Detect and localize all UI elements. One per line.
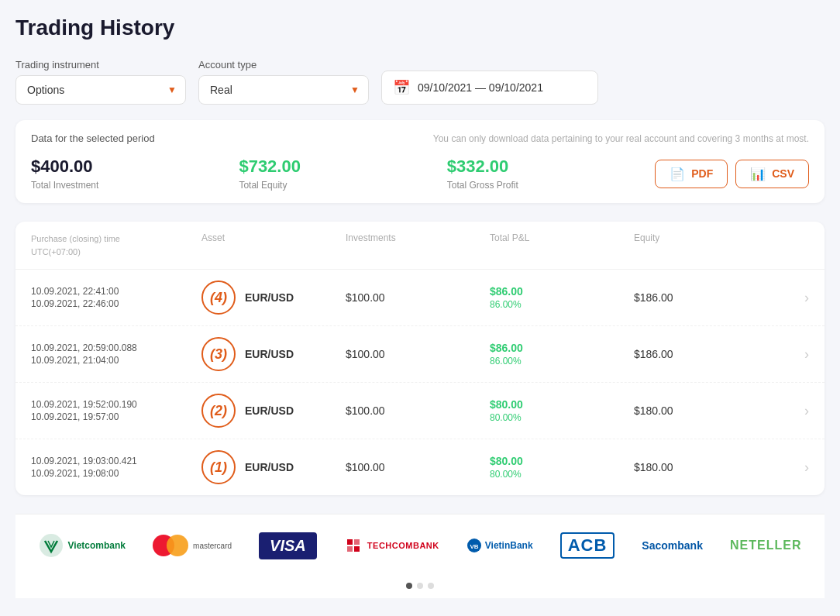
expand-row-1[interactable]: › [778,459,809,476]
expand-row-3[interactable]: › [778,346,809,363]
pnl-value-2: $80.00 [490,398,634,411]
account-select[interactable]: Real [198,75,369,105]
acb-logo: ACB [560,530,615,561]
close-time-4: 10.09.2021, 22:46:00 [31,298,201,309]
sacombank-logo: Sacombank [642,530,703,561]
open-time-4: 10.09.2021, 22:41:00 [31,286,201,297]
header-time: Purchase (closing) timeUTC(+07:00) [31,232,201,258]
asset-col-2: (2) EUR/USD [201,394,346,428]
trade-times-2: 10.09.2021, 19:52:00.190 10.09.2021, 19:… [31,399,201,422]
equity-value: $732.00 [239,157,446,177]
dot-3[interactable] [428,583,434,589]
open-time-1: 10.09.2021, 19:03:00.421 [31,456,201,466]
svg-text:VB: VB [470,543,478,550]
mastercard-logo: mastercard [153,530,232,561]
header-asset: Asset [201,232,346,258]
techcombank-icon [344,536,363,555]
open-time-3: 10.09.2021, 20:59:00.088 [31,342,201,353]
pnl-col-1: $80.00 80.00% [490,455,634,480]
header-pnl: Total P&L [490,232,634,258]
pdf-label: PDF [691,167,713,180]
footer-logos: Vietcombank mastercard VISA TECHCOMBANK [15,514,825,576]
vietcombank-label: Vietcombank [68,540,126,551]
header-equity: Equity [634,232,778,258]
mc-orange-circle [167,535,188,556]
stats-row: $400.00 Total Investment $732.00 Total E… [31,157,809,191]
svg-rect-4 [354,546,360,552]
visa-text: VISA [259,532,317,559]
total-investment-stat: $400.00 Total Investment [31,157,239,191]
profit-value: $332.00 [447,157,655,177]
total-equity-stat: $732.00 Total Equity [239,157,446,191]
table-row: 10.09.2021, 19:03:00.421 10.09.2021, 19:… [15,439,825,495]
instrument-select[interactable]: Options [15,75,186,105]
trades-table: Purchase (closing) timeUTC(+07:00) Asset… [15,222,825,495]
equity-4: $186.00 [634,291,778,304]
investment-value: $400.00 [31,157,239,177]
info-panel: Data for the selected period You can onl… [15,120,825,203]
pnl-pct-1: 80.00% [490,469,634,480]
trade-badge-2: (2) [201,394,236,428]
vietcombank-icon [39,533,64,558]
svg-rect-1 [347,539,353,545]
open-time-2: 10.09.2021, 19:52:00.190 [31,399,201,410]
pnl-value-1: $80.00 [490,455,634,467]
asset-name-3: EUR/USD [245,348,294,360]
pnl-pct-3: 86.00% [490,356,634,367]
main-container: Trading History Trading instrument Optio… [0,0,840,616]
neteller-logo: NETELLER [730,530,801,561]
neteller-label: NETELLER [730,539,801,552]
equity-3: $186.00 [634,348,778,360]
instrument-select-wrapper: Options ▼ [15,75,186,105]
svg-rect-3 [347,546,353,552]
investment-3: $100.00 [346,348,490,360]
csv-export-button[interactable]: 📊 CSV [735,160,809,188]
asset-col-3: (3) EUR/USD [201,337,346,371]
trade-times-4: 10.09.2021, 22:41:00 10.09.2021, 22:46:0… [31,286,201,309]
expand-row-4[interactable]: › [778,290,809,306]
carousel-dots [15,576,825,598]
equity-label: Total Equity [239,180,446,191]
account-label: Account type [198,59,369,71]
table-row: 10.09.2021, 19:52:00.190 10.09.2021, 19:… [15,383,825,439]
expand-row-2[interactable]: › [778,403,809,419]
vietinbank-logo: VB VietinBank [466,530,533,561]
dot-1[interactable] [406,583,412,589]
trade-times-1: 10.09.2021, 19:03:00.421 10.09.2021, 19:… [31,456,201,479]
trade-badge-3: (3) [201,337,236,371]
info-notice: Data for the selected period You can onl… [31,132,809,144]
pdf-export-button[interactable]: 📄 PDF [655,160,728,188]
close-time-2: 10.09.2021, 19:57:00 [31,411,201,422]
mastercard-label: mastercard [193,542,232,550]
vietcombank-logo: Vietcombank [39,530,126,561]
calendar-icon: 📅 [393,79,410,96]
instrument-label: Trading instrument [15,59,186,71]
pnl-pct-4: 86.00% [490,299,634,310]
table-row: 10.09.2021, 20:59:00.088 10.09.2021, 21:… [15,326,825,383]
profit-label: Total Gross Profit [447,180,655,191]
pnl-value-3: $86.00 [490,342,634,354]
vietinbank-label: VietinBank [485,540,533,551]
filters-row: Trading instrument Options ▼ Account typ… [15,59,825,105]
equity-2: $180.00 [634,404,778,417]
instrument-filter-group: Trading instrument Options ▼ [15,59,186,105]
date-range-picker[interactable]: 📅 09/10/2021 — 09/10/2021 [381,71,598,105]
asset-name-4: EUR/USD [245,291,294,304]
asset-name-1: EUR/USD [245,461,294,473]
trade-badge-4: (4) [201,280,236,315]
date-range-text: 09/10/2021 — 09/10/2021 [418,81,543,94]
header-investments: Investments [346,232,490,258]
dot-2[interactable] [417,583,423,589]
csv-label: CSV [772,167,794,180]
total-profit-stat: $332.00 Total Gross Profit [447,157,655,191]
trade-times-3: 10.09.2021, 20:59:00.088 10.09.2021, 21:… [31,342,201,366]
pnl-value-4: $86.00 [490,285,634,298]
investment-4: $100.00 [346,291,490,304]
pnl-col-3: $86.00 86.00% [490,342,634,367]
trade-badge-1: (1) [201,450,236,484]
pnl-col-2: $80.00 80.00% [490,398,634,423]
acb-text: ACB [560,532,615,559]
investment-label: Total Investment [31,180,239,191]
page-title: Trading History [15,15,825,40]
techcombank-logo: TECHCOMBANK [344,530,439,561]
